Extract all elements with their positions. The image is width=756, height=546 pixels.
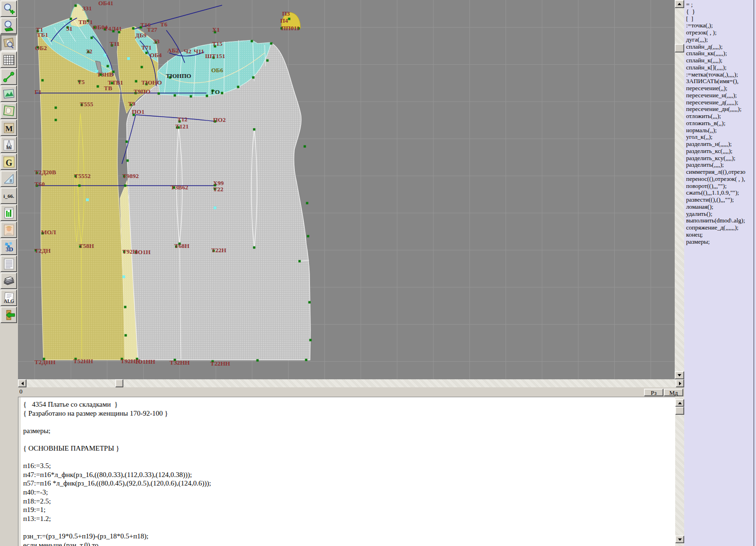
model-photo-button[interactable]: [0, 222, 17, 238]
command-item[interactable]: пересечение_д(,,,,,);: [684, 99, 753, 106]
command-item[interactable]: сплайн_кк(,,,,,);: [684, 50, 753, 57]
scroll-up-button[interactable]: [675, 0, 684, 8]
code-line[interactable]: п16:=3.5;: [23, 461, 211, 470]
code-line[interactable]: [23, 435, 211, 444]
editor-vscrollbar[interactable]: [675, 397, 684, 546]
command-item[interactable]: разделить_ксу(,,,,);: [684, 155, 753, 162]
canvas-vscrollbar[interactable]: [675, 0, 684, 379]
text-document-button[interactable]: [0, 256, 17, 272]
code-line[interactable]: п57:=п16 *л_фнк(рз_16,((80,0.45),(92,0.5…: [23, 479, 211, 488]
code-line[interactable]: п18:=2.5;: [23, 497, 211, 506]
md-mode-button[interactable]: Мд: [664, 389, 683, 396]
command-item[interactable]: отложить_в(,,);: [684, 120, 753, 127]
command-item[interactable]: сплайн_д(,,,,);: [684, 43, 753, 51]
command-item[interactable]: сжать((),,,1.1,0.9,"");: [684, 189, 753, 196]
code-line[interactable]: { Разработано на размер женщины 170-92-1…: [23, 409, 211, 418]
scroll-left-button[interactable]: [18, 379, 26, 387]
command-item[interactable]: сопряжение_д(,,,,,,);: [684, 224, 753, 231]
picture-view-button[interactable]: [0, 85, 17, 102]
pattern-piece-button[interactable]: [0, 102, 17, 119]
point-label: ПП011: [281, 25, 300, 32]
scroll-up-button[interactable]: [675, 399, 684, 407]
command-item[interactable]: отрезок( , );: [684, 29, 753, 36]
zoom-out-button[interactable]: [0, 17, 17, 34]
code-line[interactable]: рзн_т:=(рз_19*0.5+п19)-(рз_18*0.5+п18);: [23, 532, 211, 541]
command-item[interactable]: развести((),(),,,"");: [684, 196, 753, 204]
library-books-button[interactable]: [0, 273, 17, 289]
command-item[interactable]: пересечение_дн(,,,,,);: [684, 106, 753, 113]
code-line[interactable]: { ОСНОВНЫЕ ПАРАМЕТРЫ }: [23, 444, 211, 453]
command-item[interactable]: нормаль(,,);: [684, 127, 753, 134]
vscroll-thumb[interactable]: [675, 407, 684, 415]
command-item[interactable]: = ;: [684, 1, 753, 9]
command-item[interactable]: удалить();: [684, 211, 753, 218]
command-item[interactable]: отложить(,,,);: [684, 113, 753, 120]
command-item[interactable]: сплайн_к[](,,,,);: [684, 64, 753, 71]
command-item[interactable]: симметрия_л((),отрезо: [684, 169, 753, 176]
exit-button[interactable]: [0, 307, 17, 323]
grid-toggle-button[interactable]: [0, 51, 17, 68]
command-item[interactable]: { }: [684, 9, 753, 16]
segment-tool-button[interactable]: [0, 68, 17, 85]
point-label: МОЛ: [41, 229, 56, 236]
green-point-marker: [252, 77, 255, 79]
command-item[interactable]: дуга(,,,);: [684, 36, 753, 43]
algorithm-file-button[interactable]: ALG: [0, 290, 17, 306]
point-label: ОБ4: [150, 51, 162, 59]
zoom-in-button[interactable]: [0, 0, 17, 17]
point-label: Т11: [110, 40, 120, 47]
code-line[interactable]: п19:=1;: [23, 505, 211, 514]
point-label: ГО: [211, 88, 220, 95]
grading-g-button[interactable]: G: [0, 154, 17, 170]
command-item[interactable]: :=точка(,);: [684, 22, 753, 29]
code-line[interactable]: если меньше (рзн_т,0) то: [23, 541, 211, 546]
code-line[interactable]: [23, 418, 211, 427]
size-table-button[interactable]: [0, 205, 17, 221]
measurements-m-button[interactable]: M: [0, 119, 17, 136]
svg-text:W: W: [6, 144, 12, 151]
svg-text:3D: 3D: [6, 246, 13, 253]
command-item[interactable]: сплайн_к(,,,,);: [684, 57, 753, 64]
canvas-hscrollbar[interactable]: [18, 379, 684, 387]
command-item[interactable]: разделить_н(,,,,,);: [684, 141, 753, 148]
app-window: MWG8i_66.3DALG: [0, 0, 756, 546]
code-line[interactable]: [23, 523, 211, 532]
command-item[interactable]: [ ]: [684, 16, 753, 23]
rz-mode-button[interactable]: Рз: [644, 389, 663, 396]
command-item[interactable]: разделить(,,,,);: [684, 162, 753, 169]
code-line[interactable]: [23, 453, 211, 462]
code-line[interactable]: п47:=п16*л_фнк(рз_16,((80,0.33),(112,0.3…: [23, 470, 211, 479]
command-item[interactable]: конец;: [684, 231, 753, 239]
editor-text[interactable]: { 4354 Платье со складками }{ Разработан…: [23, 400, 211, 546]
command-item[interactable]: размеры;: [684, 239, 753, 246]
view-3d-button[interactable]: 3D: [0, 239, 17, 255]
code-line[interactable]: размеры;: [23, 427, 211, 435]
point-label: ДБ9: [135, 32, 147, 39]
books-icon: [3, 275, 15, 287]
command-item[interactable]: ЗАПИСАТЬ(имя=(),: [684, 78, 753, 85]
command-item[interactable]: пересечение_н(,,,,);: [684, 92, 753, 99]
ruler-tool-button[interactable]: 8: [0, 171, 17, 187]
vscroll-thumb[interactable]: [675, 44, 684, 52]
scroll-down-button[interactable]: [675, 536, 684, 543]
command-item[interactable]: выполнить(dmod\.alg);: [684, 217, 753, 224]
command-item[interactable]: пересечение(,,);: [684, 85, 753, 92]
scroll-down-button[interactable]: [675, 371, 684, 379]
pattern-canvas[interactable]: Т1ТБ1З1ОБ2ОБ41ЗЗ1ТВ71ОБ04Т4Л41Т11З2Т5ТЗН…: [18, 0, 675, 379]
code-line[interactable]: п40:=-3;: [23, 488, 211, 497]
command-item[interactable]: перенос((),отрезок( , ),: [684, 176, 753, 183]
preview-piece-button[interactable]: [0, 34, 17, 51]
code-line[interactable]: { 4354 Платье со складками }: [23, 400, 211, 409]
scroll-right-button[interactable]: [676, 379, 684, 387]
command-item[interactable]: ломаная();: [684, 204, 753, 211]
green-point-marker: [253, 128, 256, 131]
command-item[interactable]: угол_к(,,);: [684, 134, 753, 141]
size-label-button[interactable]: i_66.: [0, 188, 17, 204]
drafting-tools-button[interactable]: W: [0, 136, 17, 153]
command-item[interactable]: поворот((),,,"");: [684, 183, 753, 190]
code-line[interactable]: п13:=1.2;: [23, 514, 211, 523]
command-item[interactable]: :=метка(точка(,),,,,);: [684, 71, 753, 78]
algorithm-editor[interactable]: { 4354 Платье со складками }{ Разработан…: [18, 397, 675, 546]
hscroll-thumb[interactable]: [115, 379, 123, 387]
command-item[interactable]: разделить_кс(,,,,);: [684, 148, 753, 155]
